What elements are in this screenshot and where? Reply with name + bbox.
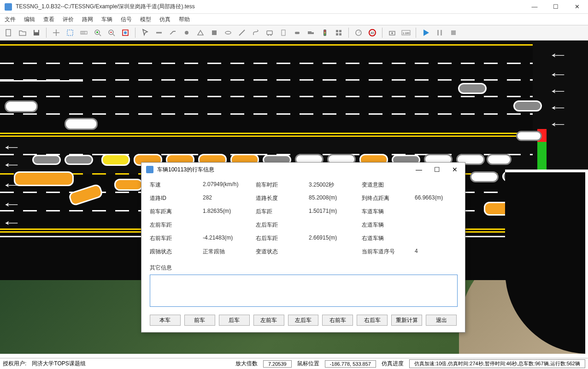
mark-icon[interactable]	[236, 27, 248, 39]
stop-icon[interactable]	[277, 27, 289, 39]
pan-icon[interactable]	[50, 27, 62, 39]
svg-rect-2	[35, 30, 38, 32]
menu-view[interactable]: 查看	[43, 16, 54, 23]
lane-intent-label: 变道意图	[362, 181, 415, 189]
vehicle[interactable]	[470, 171, 499, 182]
svg-rect-17	[308, 31, 312, 34]
dialog-maximize-button[interactable]: ☐	[431, 166, 443, 173]
cur-lane-label: 当前车道序号	[362, 248, 415, 256]
svg-rect-18	[312, 32, 314, 34]
bus-icon[interactable]	[264, 27, 276, 39]
menu-file[interactable]: 文件	[5, 16, 16, 23]
svg-text:1:100: 1:100	[402, 32, 410, 35]
front-button[interactable]: 前车	[184, 315, 215, 326]
svg-point-21	[324, 32, 326, 34]
area-icon[interactable]	[194, 27, 206, 39]
detector-icon[interactable]	[222, 27, 234, 39]
svg-rect-12	[267, 31, 272, 35]
recalc-button[interactable]: 重新计算	[391, 315, 422, 326]
gauge-icon[interactable]	[353, 27, 365, 39]
svg-rect-26	[339, 33, 341, 35]
self-button[interactable]: 本车	[150, 315, 181, 326]
menu-road[interactable]: 路网	[82, 16, 93, 23]
front-dist-value: 1.82635(m)	[203, 208, 256, 216]
rear-button[interactable]: 后车	[219, 315, 250, 326]
menu-sim[interactable]: 仿真	[159, 16, 171, 23]
svg-rect-4	[81, 31, 87, 34]
vehicle[interactable]	[5, 100, 38, 112]
other-info-textarea[interactable]	[150, 275, 458, 307]
svg-point-31	[391, 32, 393, 34]
vehicle[interactable]	[513, 100, 542, 111]
node-icon[interactable]	[181, 27, 193, 39]
vehicle[interactable]	[65, 155, 93, 165]
new-file-icon[interactable]	[3, 27, 15, 39]
open-file-icon[interactable]	[17, 27, 29, 39]
vehicle[interactable]	[32, 155, 61, 165]
vehicle[interactable]	[114, 179, 143, 191]
rf-button[interactable]: 右前车	[322, 315, 353, 326]
measure-icon[interactable]	[78, 27, 90, 39]
svg-point-20	[324, 30, 326, 32]
stop-sim-icon[interactable]	[447, 27, 459, 39]
svg-rect-15	[282, 30, 285, 35]
cursor-icon[interactable]	[139, 27, 151, 39]
mouse-label: 鼠标位置	[297, 360, 319, 368]
truck-icon[interactable]	[305, 27, 317, 39]
grid-icon[interactable]	[333, 27, 345, 39]
exit-button[interactable]: 退出	[426, 315, 457, 326]
svg-rect-25	[336, 33, 338, 35]
menu-edit[interactable]: 编辑	[24, 16, 35, 23]
close-button[interactable]: ✕	[570, 2, 583, 12]
auth-user-value: 同济大学TOPS课题组	[32, 360, 85, 368]
svg-point-11	[225, 31, 231, 34]
svg-point-22	[324, 34, 326, 35]
save-icon[interactable]	[30, 27, 42, 39]
minimize-button[interactable]: —	[528, 2, 541, 12]
fit-icon[interactable]	[119, 27, 131, 39]
menu-eval[interactable]: 评价	[63, 16, 74, 23]
svg-rect-36	[451, 30, 456, 35]
section-icon[interactable]	[208, 27, 220, 39]
vehicle[interactable]	[487, 154, 512, 165]
front-time-label: 前车时距	[256, 181, 309, 189]
rr-label: 右后车距	[256, 234, 309, 242]
rear-dist-value: 1.50171(m)	[309, 208, 362, 216]
scale-icon[interactable]: 1:100	[400, 27, 412, 39]
maximize-button[interactable]: ☐	[549, 2, 562, 12]
menu-model[interactable]: 模型	[140, 16, 151, 23]
zoom-out-icon[interactable]	[106, 27, 118, 39]
lf-button[interactable]: 左前车	[253, 315, 284, 326]
link-icon[interactable]	[153, 27, 165, 39]
vehicle[interactable]	[101, 154, 130, 166]
car-icon[interactable]	[291, 27, 303, 39]
vehicle-bus[interactable]	[14, 171, 74, 186]
speed-icon[interactable]: 40	[366, 27, 378, 39]
menubar: 文件 编辑 查看 评价 路网 车辆 信号 模型 仿真 帮助	[0, 14, 588, 25]
svg-rect-3	[67, 30, 73, 35]
play-icon[interactable]	[420, 27, 432, 39]
dialog-icon	[146, 166, 153, 173]
menu-signal[interactable]: 信号	[121, 16, 132, 23]
vehicle[interactable]	[516, 131, 542, 141]
select-icon[interactable]	[64, 27, 76, 39]
route-icon[interactable]	[250, 27, 262, 39]
pause-icon[interactable]	[434, 27, 446, 39]
vehicle[interactable]	[458, 83, 487, 94]
rr-button[interactable]: 右后车	[357, 315, 388, 326]
signal-icon[interactable]	[319, 27, 331, 39]
rf-value: -4.21483(m)	[203, 234, 256, 242]
camera-icon[interactable]	[386, 27, 398, 39]
menu-help[interactable]: 帮助	[179, 16, 190, 23]
follow-label: 跟驰状态	[150, 248, 203, 256]
zoom-in-icon[interactable]	[92, 27, 104, 39]
menu-vehicle[interactable]: 车辆	[101, 16, 112, 23]
zoom-label: 放大倍数	[235, 360, 258, 368]
lr-button[interactable]: 左后车	[288, 315, 319, 326]
dialog-close-button[interactable]: ✕	[449, 166, 460, 173]
lc-state-value	[309, 248, 362, 256]
follow-value: 正常跟驰	[203, 248, 256, 256]
connector-icon[interactable]	[167, 27, 179, 39]
vehicle[interactable]	[65, 118, 98, 130]
dialog-minimize-button[interactable]: —	[413, 166, 425, 173]
